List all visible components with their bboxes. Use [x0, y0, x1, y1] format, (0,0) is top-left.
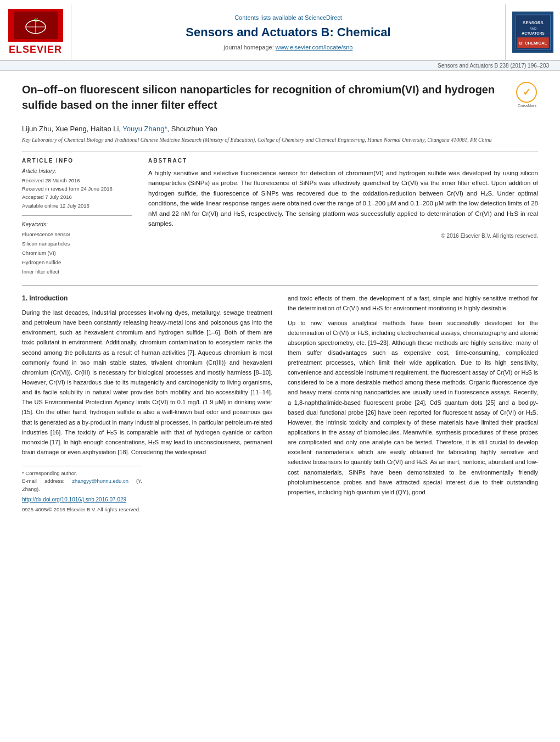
keyword-4: Hydrogen sulfide — [22, 258, 132, 267]
journal-center: Contents lists available at ScienceDirec… — [71, 4, 505, 60]
section-divider — [22, 285, 538, 286]
sensors-logo-box: SENSORS and ACTUATORS B: Chemical — [512, 12, 553, 53]
corresponding-author[interactable]: Youyu Zhang* — [122, 125, 167, 133]
svg-text:ACTUATORS: ACTUATORS — [522, 31, 545, 35]
elsevier-wordmark: ELSEVIER — [9, 44, 62, 55]
keywords-section: Keywords: Fluorescence sensor Silicon na… — [22, 221, 132, 276]
article-info-column: Article Info Article history: Received 2… — [22, 158, 132, 276]
abstract-label: Abstract — [148, 158, 538, 164]
crossmark-icon: ✓ — [516, 82, 537, 103]
sciencedirect-label: Contents lists available at ScienceDirec… — [234, 14, 342, 21]
keyword-3: Chromium (VI) — [22, 248, 132, 258]
journal-header: 🌿 ELSEVIER Contents lists available at S… — [0, 0, 560, 61]
corresponding-footnote: * Corresponding author. — [22, 470, 142, 477]
received-date: Received 28 March 2016 — [22, 176, 132, 185]
abstract-column: Abstract A highly sensitive and selectiv… — [148, 158, 538, 276]
copyright-text: © 2016 Elsevier B.V. All rights reserved… — [148, 233, 538, 239]
paper-title: On–off–on fluorescent silicon nanopartic… — [22, 82, 508, 113]
history-title: Article history: — [22, 168, 132, 174]
journal-homepage: journal homepage: www.elsevier.com/locat… — [224, 44, 353, 51]
intro-paragraph-2: and toxic effects of them, the developme… — [288, 293, 538, 313]
revised-date: Received in revised form 24 June 2016 — [22, 185, 132, 193]
main-content: On–off–on fluorescent silicon nanopartic… — [0, 71, 560, 525]
body-right-column: and toxic effects of them, the developme… — [288, 293, 538, 514]
keyword-2: Silicon nanoparticles — [22, 239, 132, 248]
citation-text: Sensors and Actuators B 238 (2017) 196–2… — [438, 63, 549, 69]
keywords-label: Keywords: — [22, 221, 132, 227]
footnote-section: * Corresponding author. E-mail address: … — [22, 466, 142, 514]
sensors-actuators-logo: SENSORS and ACTUATORS B: Chemical — [505, 4, 560, 60]
keyword-5: Inner filter effect — [22, 267, 132, 276]
intro-heading: 1. Introduction — [22, 293, 272, 304]
svg-text:and: and — [529, 27, 536, 30]
crossmark-badge[interactable]: ✓ CrossMark — [516, 82, 538, 104]
keyword-1: Fluorescence sensor — [22, 230, 132, 239]
svg-text:B: Chemical: B: Chemical — [519, 41, 547, 46]
available-date: Available online 12 July 2016 — [22, 202, 132, 210]
doi-link[interactable]: http://dx.doi.org/10.1016/j.snb.2016.07.… — [22, 495, 142, 505]
body-section: 1. Introduction During the last decades,… — [22, 293, 538, 514]
citation-bar: Sensors and Actuators B 238 (2017) 196–2… — [0, 61, 560, 71]
affiliation: Key Laboratory of Chemical Biology and T… — [22, 136, 538, 144]
accepted-date: Accepted 7 July 2016 — [22, 193, 132, 201]
paper-title-section: On–off–on fluorescent silicon nanopartic… — [22, 82, 538, 119]
homepage-url[interactable]: www.elsevier.com/locate/snb — [276, 44, 353, 51]
article-history: Article history: Received 28 March 2016 … — [22, 168, 132, 216]
elsevier-logo: 🌿 ELSEVIER — [0, 4, 71, 60]
body-left-column: 1. Introduction During the last decades,… — [22, 293, 272, 514]
elsevier-logo-image: 🌿 — [8, 9, 63, 42]
issn-text: 0925-4005/© 2016 Elsevier B.V. All right… — [22, 505, 142, 514]
abstract-text: A highly sensitive and selective fluores… — [148, 168, 538, 228]
intro-paragraph-3: Up to now, various analytical methods ha… — [288, 318, 538, 498]
authors: Lijun Zhu, Xue Peng, Haitao Li, Youyu Zh… — [22, 125, 538, 133]
article-info-abstract-section: Article Info Article history: Received 2… — [22, 152, 538, 276]
sciencedirect-link-text[interactable]: ScienceDirect — [305, 14, 342, 21]
intro-paragraph-1: During the last decades, industrial proc… — [22, 308, 272, 457]
svg-text:SENSORS: SENSORS — [523, 20, 543, 25]
email-link[interactable]: zhangyy@hunnu.edu.cn — [72, 478, 128, 484]
article-info-label: Article Info — [22, 158, 132, 164]
journal-title: Sensors and Actuators B: Chemical — [186, 25, 390, 40]
email-footnote: E-mail address: zhangyy@hunnu.edu.cn (Y.… — [22, 477, 142, 493]
